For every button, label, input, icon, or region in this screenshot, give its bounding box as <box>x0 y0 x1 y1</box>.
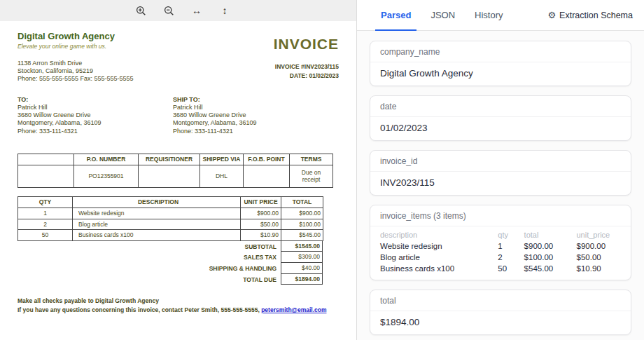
items-header-cell: QTY <box>18 196 73 208</box>
items-header-cell: DESCRIPTION <box>73 196 241 208</box>
po-cell: PO12355901 <box>74 165 139 187</box>
checks-payable-note: Make all checks payable to Digital Growt… <box>18 297 339 305</box>
fit-height-icon[interactable]: ↕ <box>218 4 231 17</box>
invoice-tagline: Elevate your online game with us. <box>18 43 134 50</box>
ship-to-line: Montgomery, Alabama, 36109 <box>173 119 328 127</box>
parsed-item-cell: $50.00 <box>573 252 631 263</box>
po-cell: Due on receipt <box>290 165 333 187</box>
po-data-row: PO12355901 DHL Due on receipt <box>18 165 333 187</box>
contact-note: If you have any questions concerning thi… <box>18 306 339 314</box>
parsed-items-header: total <box>520 228 573 240</box>
field-card-total: total $1894.00 <box>370 290 631 335</box>
ship-to-line: 3680 Willow Greene Drive <box>173 111 328 119</box>
field-value: $1894.00 <box>370 311 631 334</box>
invoice-document: Digital Growth Agency Elevate your onlin… <box>0 21 356 340</box>
total-due-label: TOTAL DUE <box>18 274 281 285</box>
parsed-items-header: unit_price <box>573 228 631 240</box>
po-cell <box>18 165 74 187</box>
item-cell: Blog article <box>73 219 241 230</box>
items-header-cell: TOTAL <box>281 196 323 208</box>
item-cell: 50 <box>18 230 73 241</box>
parsed-item-cell: 50 <box>493 263 519 274</box>
item-row: 1 Website redesign $900.00 $900.00 <box>18 208 323 219</box>
invoice-title: INVOICE <box>274 35 339 53</box>
parsed-item-cell: $900.00 <box>520 240 573 252</box>
address-line: Stockton, California, 95219 <box>18 67 134 75</box>
address-line: Phone: 555-555-5555 Fax: 555-555-5555 <box>18 75 134 83</box>
po-header-cell: F.O.B. POINT <box>244 154 290 165</box>
item-cell: $900.00 <box>281 208 323 219</box>
subtotal-row: SUBTOTAL $1545.00 <box>18 241 323 252</box>
extraction-schema-label: Extraction Schema <box>559 11 633 20</box>
extraction-tabbar: Parsed JSON History ⚙ Extraction Schema <box>357 0 644 31</box>
bill-to-line: Phone: 333-111-4321 <box>18 128 173 135</box>
parsed-items-header: description <box>370 228 493 240</box>
parsed-item-cell: $545.00 <box>520 263 573 274</box>
shipping-label: SHIPPING & HANDLING <box>18 263 281 274</box>
parsed-item-cell: $10.90 <box>573 263 631 274</box>
invoice-number: INVOICE #INV2023/115 <box>274 63 339 71</box>
items-header-cell: UNIT PRICE <box>241 196 281 208</box>
po-details-table: P.O. NUMBER REQUISITIONER SHIPPED VIA F.… <box>18 154 333 188</box>
ship-to-label: SHIP TO: <box>173 96 328 104</box>
po-cell <box>244 165 290 187</box>
po-header-cell: REQUISITIONER <box>139 154 200 165</box>
invoice-date: DATE: 01/02/2023 <box>274 72 339 80</box>
tab-parsed[interactable]: Parsed <box>371 0 421 31</box>
bill-to-line: Montgomery, Alabama, 36109 <box>18 119 173 127</box>
item-row: 2 Blog article $50.00 $100.00 <box>18 219 323 230</box>
po-header-cell: P.O. NUMBER <box>74 154 139 165</box>
totals-block: SUBTOTAL $1545.00 SALES TAX $309.00 SHIP… <box>18 241 323 285</box>
line-items-table: QTY DESCRIPTION UNIT PRICE TOTAL 1 Websi… <box>18 196 323 241</box>
field-key: invoice_id <box>370 151 631 172</box>
parsed-item-cell: Blog article <box>370 252 493 263</box>
field-value: 01/02/2023 <box>370 117 631 140</box>
items-header-row: QTY DESCRIPTION UNIT PRICE TOTAL <box>18 196 323 208</box>
shipping-row: SHIPPING & HANDLING $40.00 <box>18 263 323 274</box>
bill-to-block: TO: Patrick Hill 3680 Willow Greene Driv… <box>18 96 173 135</box>
extraction-schema-button[interactable]: ⚙ Extraction Schema <box>547 10 633 20</box>
parsed-item-cell: Business cards x100 <box>370 263 493 274</box>
item-cell: $900.00 <box>241 208 281 219</box>
field-card-invoice-items: invoice_items (3 items) description qty … <box>370 205 631 280</box>
parsed-item-cell: 1 <box>493 240 519 252</box>
field-value: INV2023/115 <box>370 172 631 195</box>
ship-to-line: Patrick Hill <box>173 104 328 111</box>
fit-width-icon[interactable]: ↔ <box>190 4 203 17</box>
po-cell: DHL <box>200 165 244 187</box>
parsed-item-cell: $900.00 <box>573 240 631 252</box>
zoom-in-icon[interactable] <box>134 4 147 17</box>
bill-to-line: 3680 Willow Greene Drive <box>18 111 173 119</box>
bill-to-label: TO: <box>18 96 173 104</box>
invoice-company-name: Digital Growth Agency <box>18 31 134 42</box>
document-toolbar: ↔ ↕ <box>0 0 356 21</box>
address-line: 1138 Arron Smith Drive <box>18 60 134 67</box>
item-cell: $100.00 <box>281 219 323 230</box>
total-due-value: $1894.00 <box>281 274 323 285</box>
invoice-company-address: 1138 Arron Smith Drive Stockton, Califor… <box>18 60 134 83</box>
parsed-item-cell: 2 <box>493 252 519 263</box>
contact-email-link[interactable]: petersmith@email.com <box>261 306 326 313</box>
app-window: ↔ ↕ Digital Growth Agency Elevate your o… <box>0 0 644 340</box>
item-cell: Website redesign <box>73 208 241 219</box>
subtotal-label: SUBTOTAL <box>18 241 281 252</box>
gear-icon: ⚙ <box>547 10 556 20</box>
field-card-company-name: company_name Digital Growth Agency <box>370 41 631 86</box>
item-cell: 2 <box>18 219 73 230</box>
item-cell: $545.00 <box>281 230 323 241</box>
invoice-footer: Make all checks payable to Digital Growt… <box>18 297 339 313</box>
item-cell: Business cards x100 <box>73 230 241 241</box>
parsed-items-table: description qty total unit_price Website… <box>370 228 631 274</box>
tab-history[interactable]: History <box>465 0 512 31</box>
sales-tax-value: $309.00 <box>281 252 323 263</box>
field-card-date: date 01/02/2023 <box>370 95 631 141</box>
extraction-pane: Parsed JSON History ⚙ Extraction Schema … <box>357 0 644 340</box>
field-card-invoice-id: invoice_id INV2023/115 <box>370 150 631 196</box>
field-key: company_name <box>370 41 631 62</box>
po-cell <box>139 165 200 187</box>
ship-to-line: Phone: 333-111-4321 <box>173 128 328 135</box>
tab-json[interactable]: JSON <box>421 0 465 31</box>
field-key: date <box>370 96 631 117</box>
po-header-row: P.O. NUMBER REQUISITIONER SHIPPED VIA F.… <box>18 154 333 165</box>
zoom-out-icon[interactable] <box>162 4 175 17</box>
